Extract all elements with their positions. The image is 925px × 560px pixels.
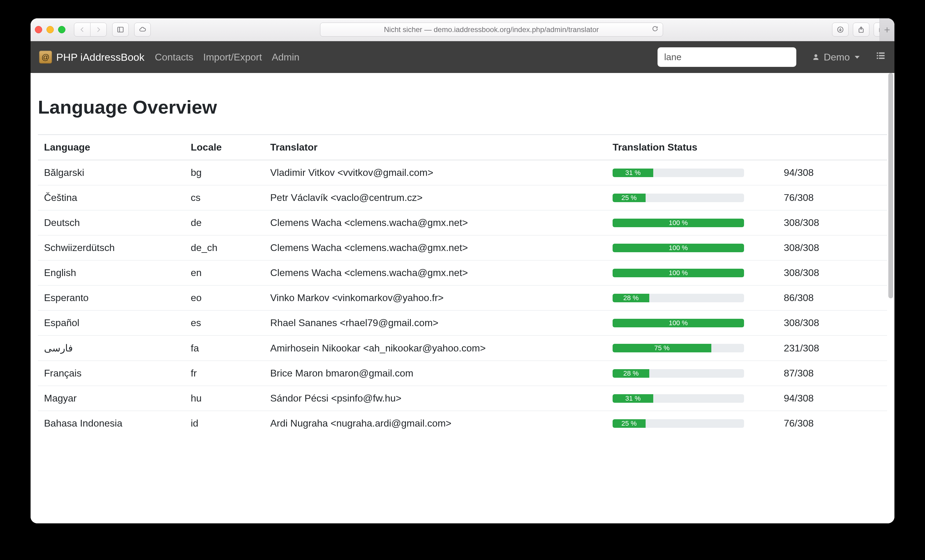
brand-icon: @ (39, 51, 52, 63)
cell-count: 76/308 (778, 411, 887, 436)
list-view-button[interactable] (875, 51, 886, 63)
cell-language: Magyar (38, 386, 185, 411)
cell-count: 308/308 (778, 260, 887, 285)
progress-bar-fill: 75 % (613, 344, 711, 352)
cell-translator: Rhael Sananes <rhael79@gmail.com> (264, 311, 607, 336)
nav-contacts[interactable]: Contacts (155, 52, 193, 63)
cell-locale: id (185, 411, 264, 436)
window-close-button[interactable] (35, 26, 42, 33)
svg-rect-7 (877, 53, 878, 54)
search-input[interactable] (658, 47, 796, 67)
cell-locale: fa (185, 336, 264, 361)
svg-rect-9 (877, 55, 878, 56)
cell-translator: Brice Maron bmaron@gmail.com (264, 361, 607, 386)
cell-count: 94/308 (778, 386, 887, 411)
reload-icon[interactable] (652, 26, 658, 34)
cell-locale: eo (185, 285, 264, 311)
cell-status: 100 % (607, 210, 778, 236)
progress-bar: 25 % (613, 194, 744, 202)
new-tab-button[interactable]: + (880, 18, 895, 41)
table-row: EspañolesRhael Sananes <rhael79@gmail.co… (38, 311, 887, 336)
progress-bar: 31 % (613, 394, 744, 403)
cell-status: 25 % (607, 411, 778, 436)
cell-translator: Vladimir Vitkov <vvitkov@gmail.com> (264, 160, 607, 185)
progress-bar: 100 % (613, 269, 744, 277)
cell-language: English (38, 260, 185, 285)
progress-bar-fill: 31 % (613, 168, 653, 177)
progress-bar-fill: 25 % (613, 194, 646, 202)
nav-forward-button[interactable] (90, 23, 107, 37)
progress-bar-fill: 100 % (613, 319, 744, 327)
cell-status: 25 % (607, 185, 778, 210)
browser-window: Nicht sicher — demo.iaddressbook.org/ind… (30, 18, 895, 523)
svg-rect-8 (879, 53, 884, 54)
address-bar-text: Nicht sicher — demo.iaddressbook.org/ind… (384, 26, 599, 34)
app-navbar: @ PHP iAddressBook Contacts Import/Expor… (30, 41, 895, 73)
downloads-button[interactable] (832, 23, 848, 37)
user-menu[interactable]: Demo (812, 52, 860, 63)
page-title: Language Overview (38, 96, 887, 118)
cell-status: 31 % (607, 386, 778, 411)
nav-admin[interactable]: Admin (272, 52, 300, 63)
cell-language: Español (38, 311, 185, 336)
cell-language: فارسی (38, 336, 185, 361)
sidebar-toggle-button[interactable] (112, 23, 129, 37)
cell-locale: cs (185, 185, 264, 210)
th-locale: Locale (185, 135, 264, 160)
cell-locale: de_ch (185, 236, 264, 260)
svg-rect-12 (879, 58, 884, 59)
cell-translator: Amirhosein Nikookar <ah_nikookar@yahoo.c… (264, 336, 607, 361)
user-icon (812, 53, 820, 62)
icloud-tabs-button[interactable] (134, 23, 151, 37)
user-label: Demo (824, 52, 850, 63)
cell-translator: Clemens Wacha <clemens.wacha@gmx.net> (264, 236, 607, 260)
cell-locale: es (185, 311, 264, 336)
cell-status: 100 % (607, 260, 778, 285)
progress-bar: 31 % (613, 168, 744, 177)
cell-count: 231/308 (778, 336, 887, 361)
scrollbar[interactable] (888, 73, 893, 298)
cell-language: Bahasa Indonesia (38, 411, 185, 436)
cell-count: 308/308 (778, 210, 887, 236)
progress-bar: 100 % (613, 319, 744, 327)
cell-language: Esperanto (38, 285, 185, 311)
cell-translator: Petr Václavík <vaclo@centrum.cz> (264, 185, 607, 210)
svg-rect-0 (118, 27, 123, 32)
window-zoom-button[interactable] (58, 26, 65, 33)
cell-status: 31 % (607, 160, 778, 185)
th-status: Translation Status (607, 135, 887, 160)
cell-language: Français (38, 361, 185, 386)
cell-locale: hu (185, 386, 264, 411)
language-table: Language Locale Translator Translation S… (38, 134, 887, 436)
table-row: MagyarhuSándor Pécsi <psinfo@fw.hu>31 %9… (38, 386, 887, 411)
brand[interactable]: @ PHP iAddressBook (39, 51, 145, 63)
cell-count: 94/308 (778, 160, 887, 185)
share-button[interactable] (853, 23, 869, 37)
cell-language: Schwiizerdütsch (38, 236, 185, 260)
table-row: DeutschdeClemens Wacha <clemens.wacha@gm… (38, 210, 887, 236)
cell-count: 87/308 (778, 361, 887, 386)
cell-count: 86/308 (778, 285, 887, 311)
window-minimize-button[interactable] (47, 26, 54, 33)
cell-language: Bălgarski (38, 160, 185, 185)
nav-back-button[interactable] (74, 23, 90, 37)
cell-translator: Ardi Nugraha <nugraha.ardi@gmail.com> (264, 411, 607, 436)
cell-status: 28 % (607, 361, 778, 386)
cell-translator: Clemens Wacha <clemens.wacha@gmx.net> (264, 210, 607, 236)
table-row: فارسیfaAmirhosein Nikookar <ah_nikookar@… (38, 336, 887, 361)
cell-translator: Sándor Pécsi <psinfo@fw.hu> (264, 386, 607, 411)
progress-bar: 75 % (613, 344, 744, 352)
cell-locale: bg (185, 160, 264, 185)
progress-bar-fill: 31 % (613, 394, 653, 403)
chevron-down-icon (855, 56, 860, 59)
progress-bar-fill: 28 % (613, 369, 649, 378)
progress-bar-fill: 100 % (613, 219, 744, 227)
th-language: Language (38, 135, 185, 160)
brand-text: PHP iAddressBook (56, 51, 145, 63)
address-bar[interactable]: Nicht sicher — demo.iaddressbook.org/ind… (320, 23, 663, 37)
progress-bar-fill: 25 % (613, 419, 646, 428)
cell-language: Čeština (38, 185, 185, 210)
progress-bar-fill: 100 % (613, 244, 744, 252)
nav-import-export[interactable]: Import/Export (203, 52, 262, 63)
page-content: Language Overview Language Locale Transl… (30, 73, 895, 523)
